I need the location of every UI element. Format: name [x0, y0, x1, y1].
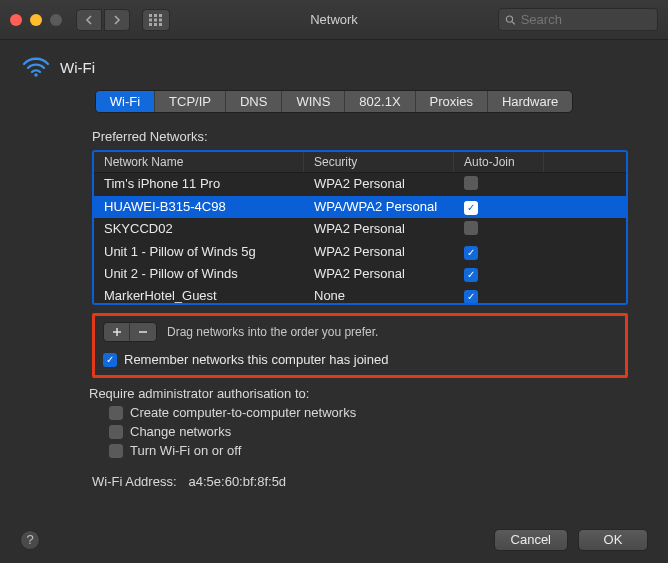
svg-point-9 [506, 15, 512, 21]
networks-table: Network Name Security Auto-Join Tim's iP… [92, 150, 628, 305]
remember-networks-checkbox[interactable] [103, 353, 117, 367]
svg-rect-1 [154, 14, 157, 17]
auto-join-checkbox[interactable] [464, 246, 478, 260]
svg-rect-4 [154, 18, 157, 21]
table-row[interactable]: Unit 2 - Pillow of WindsWPA2 Personal [94, 263, 626, 285]
preferred-networks-label: Preferred Networks: [92, 129, 628, 144]
cell-security: WPA2 Personal [304, 263, 454, 285]
svg-rect-7 [154, 23, 157, 26]
wifi-icon [22, 56, 50, 78]
tab-hardware[interactable]: Hardware [488, 91, 572, 112]
minimize-window-button[interactable] [30, 14, 42, 26]
cell-network-name: SKYCCD02 [94, 218, 304, 241]
add-remove-group [103, 322, 157, 342]
cell-auto-join [454, 263, 544, 285]
auto-join-checkbox[interactable] [464, 268, 478, 282]
auto-join-checkbox[interactable] [464, 176, 478, 190]
close-window-button[interactable] [10, 14, 22, 26]
cell-network-name: Unit 1 - Pillow of Winds 5g [94, 241, 304, 263]
svg-point-11 [34, 73, 38, 77]
tab-bar: Wi-FiTCP/IPDNSWINS802.1XProxiesHardware [95, 90, 574, 113]
show-all-button[interactable] [142, 9, 170, 31]
table-row[interactable]: Tim's iPhone 11 ProWPA2 Personal [94, 173, 626, 196]
admin-item-label: Create computer-to-computer networks [130, 405, 356, 420]
footer: ? Cancel OK [0, 515, 668, 563]
add-network-button[interactable] [104, 323, 130, 341]
column-network-name[interactable]: Network Name [94, 152, 304, 172]
admin-auth-heading: Require administrator authorisation to: [89, 386, 628, 401]
auto-join-checkbox[interactable] [464, 290, 478, 303]
svg-rect-5 [159, 18, 162, 21]
annotation-highlight: Drag networks into the order you prefer.… [92, 313, 628, 378]
remove-network-button[interactable] [130, 323, 156, 341]
svg-rect-0 [149, 14, 152, 17]
traffic-lights [10, 14, 62, 26]
tab-802-1x[interactable]: 802.1X [345, 91, 415, 112]
svg-rect-6 [149, 23, 152, 26]
cell-network-name: Tim's iPhone 11 Pro [94, 173, 304, 196]
cell-security: WPA2 Personal [304, 241, 454, 263]
cell-auto-join [454, 285, 544, 303]
ok-button[interactable]: OK [578, 529, 648, 551]
table-row[interactable]: HUAWEI-B315-4C98WPA/WPA2 Personal [94, 196, 626, 218]
search-field[interactable] [498, 8, 658, 31]
svg-rect-8 [159, 23, 162, 26]
svg-line-10 [512, 21, 515, 24]
drag-hint-text: Drag networks into the order you prefer. [167, 325, 378, 339]
auto-join-checkbox[interactable] [464, 221, 478, 235]
zoom-window-button [50, 14, 62, 26]
forward-button[interactable] [104, 9, 130, 31]
cell-security: None [304, 285, 454, 303]
cell-network-name: Unit 2 - Pillow of Winds [94, 263, 304, 285]
table-row[interactable]: Unit 1 - Pillow of Winds 5gWPA2 Personal [94, 241, 626, 263]
nav-buttons [76, 9, 130, 31]
remember-networks-label: Remember networks this computer has join… [124, 352, 388, 367]
cell-auto-join [454, 196, 544, 218]
table-header: Network Name Security Auto-Join [94, 152, 626, 173]
admin-checkbox[interactable] [109, 425, 123, 439]
cell-auto-join [454, 173, 544, 196]
cell-security: WPA2 Personal [304, 173, 454, 196]
auto-join-checkbox[interactable] [464, 201, 478, 215]
svg-rect-2 [159, 14, 162, 17]
admin-checkbox[interactable] [109, 444, 123, 458]
column-auto-join[interactable]: Auto-Join [454, 152, 544, 172]
pane-header: Wi-Fi [0, 40, 668, 90]
tab-wins[interactable]: WINS [282, 91, 345, 112]
cell-security: WPA/WPA2 Personal [304, 196, 454, 218]
pane-title: Wi-Fi [60, 59, 95, 76]
admin-checkbox[interactable] [109, 406, 123, 420]
admin-item-label: Turn Wi-Fi on or off [130, 443, 241, 458]
table-row[interactable]: MarkerHotel_GuestNone [94, 285, 626, 303]
cell-security: WPA2 Personal [304, 218, 454, 241]
titlebar: Network [0, 0, 668, 40]
cancel-button[interactable]: Cancel [494, 529, 568, 551]
tab-tcp-ip[interactable]: TCP/IP [155, 91, 226, 112]
search-icon [505, 14, 516, 26]
tab-proxies[interactable]: Proxies [416, 91, 488, 112]
wifi-address-value: a4:5e:60:bf:8f:5d [189, 474, 287, 489]
admin-item-label: Change networks [130, 424, 231, 439]
tab-wi-fi[interactable]: Wi-Fi [96, 91, 155, 112]
wifi-address-label: Wi-Fi Address: [92, 474, 177, 489]
cell-auto-join [454, 218, 544, 241]
cell-network-name: MarkerHotel_Guest [94, 285, 304, 303]
help-button[interactable]: ? [20, 530, 40, 550]
table-row[interactable]: SKYCCD02WPA2 Personal [94, 218, 626, 241]
table-body[interactable]: Tim's iPhone 11 ProWPA2 PersonalHUAWEI-B… [94, 173, 626, 303]
cell-network-name: HUAWEI-B315-4C98 [94, 196, 304, 218]
search-input[interactable] [521, 12, 651, 27]
column-spacer [544, 152, 626, 172]
cell-auto-join [454, 241, 544, 263]
column-security[interactable]: Security [304, 152, 454, 172]
tab-dns[interactable]: DNS [226, 91, 282, 112]
svg-rect-3 [149, 18, 152, 21]
back-button[interactable] [76, 9, 102, 31]
